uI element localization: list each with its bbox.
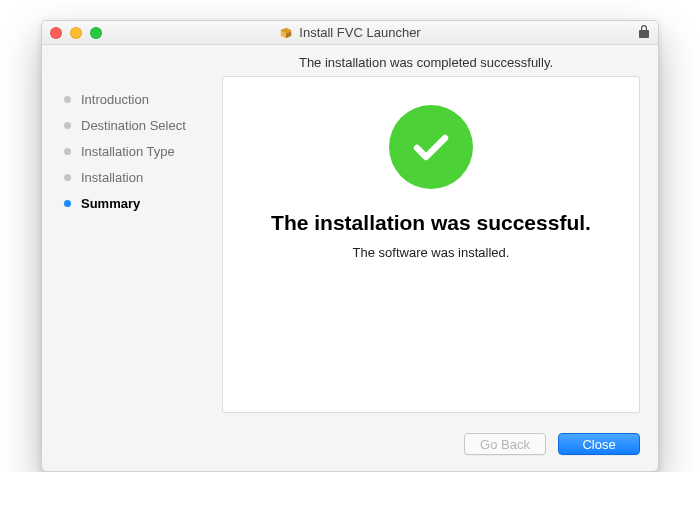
step-destination-select: Destination Select [64, 112, 222, 138]
close-window-icon[interactable] [50, 27, 62, 39]
step-installation-type: Installation Type [64, 138, 222, 164]
window-controls [50, 27, 102, 39]
step-introduction: Introduction [64, 86, 222, 112]
success-subtext: The software was installed. [353, 245, 510, 260]
bullet-icon [64, 96, 71, 103]
success-headline: The installation was successful. [271, 211, 591, 235]
go-back-button: Go Back [464, 433, 546, 455]
bullet-icon [64, 148, 71, 155]
step-label: Destination Select [81, 118, 186, 133]
footer: Go Back Close [42, 427, 658, 471]
titlebar: Install FVC Launcher [42, 21, 658, 45]
zoom-window-icon[interactable] [90, 27, 102, 39]
installer-window: Install FVC Launcher The installation wa… [41, 20, 659, 472]
success-check-icon [389, 105, 473, 189]
steps-sidebar: Introduction Destination Select Installa… [42, 76, 222, 413]
step-installation: Installation [64, 164, 222, 190]
content-panel: The installation was successful. The sof… [222, 76, 640, 413]
window-title: Install FVC Launcher [299, 25, 420, 40]
step-label: Installation [81, 170, 143, 185]
step-summary: Summary [64, 190, 222, 216]
close-button[interactable]: Close [558, 433, 640, 455]
bullet-icon [64, 122, 71, 129]
stage-description: The installation was completed successfu… [217, 45, 635, 76]
lock-icon [638, 24, 650, 42]
bullet-icon [64, 200, 71, 207]
step-label: Installation Type [81, 144, 175, 159]
package-icon [279, 26, 293, 40]
body: Introduction Destination Select Installa… [42, 76, 658, 427]
step-label: Introduction [81, 92, 149, 107]
step-label: Summary [81, 196, 140, 211]
minimize-window-icon[interactable] [70, 27, 82, 39]
bullet-icon [64, 174, 71, 181]
